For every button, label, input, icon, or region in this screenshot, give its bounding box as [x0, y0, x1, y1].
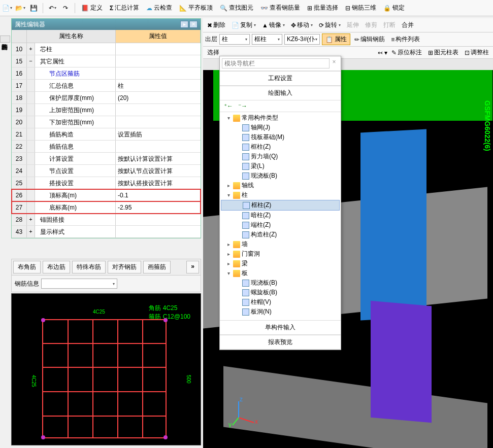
elem-list-button[interactable]: ⊞图元柱表: [426, 47, 461, 58]
property-row[interactable]: 22插筋信息: [12, 141, 201, 153]
property-row[interactable]: 28+锚固搭接: [12, 214, 201, 226]
move-button[interactable]: ✥移动▾: [289, 20, 315, 30]
property-value[interactable]: [116, 55, 201, 67]
trim-button[interactable]: 修剪: [363, 20, 379, 30]
merge-button[interactable]: 合并: [400, 20, 416, 30]
rebar-info-input[interactable]: ▾: [41, 279, 117, 289]
redo-icon[interactable]: ↷: [60, 3, 71, 13]
instance-select[interactable]: KZ6-3#(仆▾: [284, 34, 320, 45]
cloud-check-button[interactable]: ☁云检查: [144, 3, 174, 13]
tree-item[interactable]: 轴网(J): [221, 123, 340, 132]
property-value[interactable]: [116, 67, 201, 79]
delete-button[interactable]: ✖删除: [205, 20, 227, 30]
lock-button[interactable]: 🔒锁定: [381, 3, 407, 13]
save-icon[interactable]: 💾: [28, 3, 39, 13]
expand-icon[interactable]: +: [27, 214, 35, 225]
nav-search-input[interactable]: [222, 58, 330, 68]
tree-item[interactable]: 现浇板(B): [221, 171, 340, 181]
nav-engineering-settings[interactable]: 工程设置: [220, 71, 341, 86]
rebar-tab[interactable]: 对齐钢筋: [108, 261, 141, 273]
find-elem-button[interactable]: 🔍查找图元: [218, 3, 255, 13]
tree-item[interactable]: 柱帽(V): [221, 297, 340, 307]
tree-expand-icon[interactable]: ▸: [225, 183, 232, 188]
tree-expand-icon[interactable]: ▾: [225, 192, 232, 198]
pin-icon[interactable]: ▸: [180, 21, 188, 28]
tree-expand-icon[interactable]: ▸: [225, 251, 232, 257]
adjust-col-button[interactable]: ⊡调整柱: [463, 47, 491, 58]
tree-item[interactable]: 暗柱(Z): [221, 211, 340, 220]
tree-item[interactable]: ▸墙: [221, 239, 340, 249]
property-row[interactable]: 19上加密范围(mm): [12, 104, 201, 116]
property-value[interactable]: [116, 43, 201, 55]
copy-button[interactable]: 📄复制▾: [229, 20, 258, 30]
tabs-more[interactable]: »: [186, 261, 199, 273]
tree-item[interactable]: 螺旋板(B): [221, 288, 340, 297]
property-row[interactable]: 25搭接设置按默认搭接设置计算: [12, 177, 201, 189]
comp-list-button[interactable]: ≡构件列表: [389, 34, 422, 45]
type-select[interactable]: 框柱▾: [252, 34, 282, 45]
tree-expand-icon[interactable]: ▾: [225, 115, 232, 121]
close-icon[interactable]: ✕: [189, 21, 198, 28]
tree-expand-icon[interactable]: ▸: [225, 242, 232, 247]
property-row[interactable]: 10+芯柱: [12, 43, 201, 55]
nav-single-comp[interactable]: 单构件输入: [220, 320, 341, 335]
orig-mark-button[interactable]: ✎原位标注: [389, 47, 424, 58]
tree-item[interactable]: 梁(L): [221, 161, 340, 171]
property-value[interactable]: 按默认搭接设置计算: [116, 177, 201, 189]
open-icon[interactable]: 📂▾: [15, 3, 25, 13]
new-icon[interactable]: 📄▾: [2, 3, 12, 13]
rebar-tab[interactable]: 特殊布筋: [72, 261, 106, 273]
rebar-3d-button[interactable]: ⊟钢筋三维: [343, 3, 378, 13]
view-rebar-button[interactable]: 👓查看钢筋量: [258, 3, 302, 13]
expand-icon[interactable]: −: [27, 55, 35, 67]
property-value[interactable]: 按默认节点设置计算: [116, 165, 201, 177]
property-value[interactable]: -2.95: [116, 201, 201, 213]
property-row[interactable]: 20下加密范围(mm): [12, 116, 201, 128]
nav-draw-input[interactable]: 绘图输入: [220, 86, 341, 100]
tree-item[interactable]: ▾柱: [221, 190, 340, 200]
nav-search-clear[interactable]: ×: [330, 58, 339, 68]
expand-all-icon[interactable]: ⁺←: [224, 102, 233, 110]
property-value[interactable]: 柱: [116, 80, 201, 91]
category-select[interactable]: 柱▾: [219, 34, 250, 45]
tree-item[interactable]: 剪力墙(Q): [221, 152, 340, 161]
break-button[interactable]: 打断: [381, 20, 398, 30]
collapse-all-icon[interactable]: ⁻→: [238, 102, 247, 110]
tree-item[interactable]: 现浇板(B): [221, 278, 340, 288]
batch-select-button[interactable]: ⊞批量选择: [305, 3, 340, 13]
property-value[interactable]: -0.1: [116, 189, 201, 201]
property-value[interactable]: [116, 226, 201, 237]
property-value[interactable]: [116, 104, 201, 116]
tree-item[interactable]: ▸梁: [221, 259, 340, 268]
tree-item[interactable]: ▾板: [221, 268, 340, 278]
sum-calc-button[interactable]: Σ 汇总计算: [108, 3, 141, 13]
extend-button[interactable]: 延伸: [345, 20, 361, 30]
tree-item[interactable]: 端柱(Z): [221, 220, 340, 230]
tree-item[interactable]: 筏板基础(M): [221, 132, 340, 142]
attr-button[interactable]: 📋属性: [322, 33, 350, 45]
undo-icon[interactable]: ↶▾: [47, 3, 57, 13]
tree-item[interactable]: ▾常用构件类型: [221, 113, 340, 123]
property-value[interactable]: 按默认计算设置计算: [116, 153, 201, 164]
expand-icon[interactable]: +: [27, 226, 35, 237]
property-row[interactable]: 15−其它属性: [12, 55, 201, 67]
mirror-button[interactable]: ▲镜像▾: [260, 20, 287, 30]
tree-item[interactable]: ▸门窗洞: [221, 249, 340, 259]
tree-item[interactable]: 构造柱(Z): [221, 230, 340, 239]
left-dock-tab[interactable]: 删除构件器: [0, 36, 10, 43]
property-row[interactable]: 24节点设置按默认节点设置计算: [12, 165, 201, 177]
arrow-icon[interactable]: ↢ ▾: [378, 49, 387, 56]
property-row[interactable]: 17汇总信息柱: [12, 80, 201, 92]
property-value[interactable]: [116, 214, 201, 225]
tree-item[interactable]: 板洞(N): [221, 307, 340, 317]
nav-report-preview[interactable]: 报表预览: [220, 335, 341, 350]
flat-slab-button[interactable]: 📐平齐板顶: [177, 3, 215, 13]
rebar-tab[interactable]: 布角筋: [13, 261, 41, 273]
property-row[interactable]: 23计算设置按默认计算设置计算: [12, 153, 201, 165]
property-value[interactable]: (20): [116, 92, 201, 104]
property-value[interactable]: 设置插筋: [116, 128, 201, 140]
property-row[interactable]: 18保护层厚度(mm)(20): [12, 92, 201, 104]
rotate-button[interactable]: ⟳旋转▾: [317, 20, 343, 30]
property-value[interactable]: [116, 116, 201, 128]
property-row[interactable]: 16节点区箍筋: [12, 67, 201, 80]
